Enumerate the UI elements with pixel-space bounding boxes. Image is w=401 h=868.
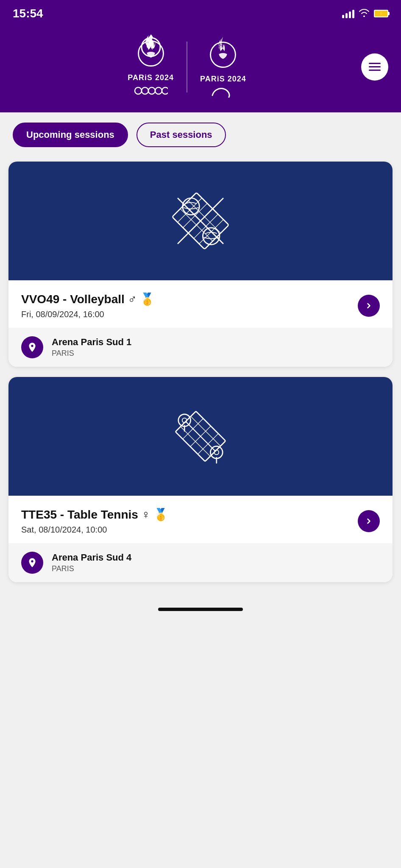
tab-upcoming-sessions[interactable]: Upcoming sessions xyxy=(13,123,128,147)
svg-point-6 xyxy=(162,87,168,94)
svg-point-2 xyxy=(135,87,142,94)
header: PARiS 2024 PARiS 2024 xyxy=(0,25,401,112)
olympics-logo-svg xyxy=(132,33,170,71)
volleyball-venue-pin xyxy=(21,336,43,358)
location-pin-icon xyxy=(27,557,38,568)
table-tennis-card-image xyxy=(8,377,393,496)
chevron-right-icon xyxy=(365,517,373,525)
olympic-rings xyxy=(134,85,168,99)
table-tennis-venue-name: Arena Paris Sud 4 xyxy=(52,552,131,563)
menu-line xyxy=(369,70,381,71)
table-tennis-date: Sat, 08/10/2024, 10:00 xyxy=(21,525,168,535)
volleyball-card-image xyxy=(8,162,393,280)
battery-icon: ⚡ xyxy=(374,10,388,17)
home-indicator xyxy=(158,608,243,611)
volleyball-venue-city: PARIS xyxy=(52,349,131,358)
volleyball-sport-icon xyxy=(162,183,239,259)
table-tennis-sport-icon xyxy=(162,398,239,474)
table-tennis-venue: Arena Paris Sud 4 PARIS xyxy=(8,543,393,582)
table-tennis-card-info: TTE35 - Table Tennis ♀ 🥇 Sat, 08/10/2024… xyxy=(8,496,393,543)
table-tennis-venue-city: PARIS xyxy=(52,564,131,573)
volleyball-venue-name: Arena Paris Sud 1 xyxy=(52,337,131,348)
logo-divider xyxy=(187,42,187,92)
table-tennis-detail-button[interactable] xyxy=(358,510,380,532)
signal-icon xyxy=(342,9,354,18)
menu-button[interactable] xyxy=(361,53,388,81)
status-bar: 15:54 ⚡ xyxy=(0,0,401,25)
olympics-logo-text: PARiS 2024 xyxy=(128,73,174,82)
svg-point-4 xyxy=(148,87,155,94)
chevron-right-icon xyxy=(365,301,373,310)
paralympics-symbol xyxy=(210,86,236,100)
svg-point-30 xyxy=(210,446,223,458)
status-icons: ⚡ xyxy=(342,8,388,19)
paralympics-logo: PARiS 2024 xyxy=(200,34,246,100)
volleyball-detail-button[interactable] xyxy=(358,295,380,317)
volleyball-card-info: VVO49 - Volleyball ♂ 🥇 Fri, 08/09/2024, … xyxy=(8,280,393,328)
menu-line xyxy=(369,63,381,64)
location-pin-icon xyxy=(27,342,38,353)
session-card-table-tennis: TTE35 - Table Tennis ♀ 🥇 Sat, 08/10/2024… xyxy=(8,377,393,582)
session-card-volleyball: VVO49 - Volleyball ♂ 🥇 Fri, 08/09/2024, … xyxy=(8,162,393,367)
tab-past-sessions[interactable]: Past sessions xyxy=(136,123,226,147)
wifi-icon xyxy=(359,8,370,19)
volleyball-date: Fri, 08/09/2024, 16:00 xyxy=(21,310,155,319)
paralympics-logo-text: PARiS 2024 xyxy=(200,75,246,84)
filter-tabs: Upcoming sessions Past sessions xyxy=(0,112,401,157)
table-tennis-venue-pin xyxy=(21,552,43,574)
svg-point-27 xyxy=(178,414,191,427)
svg-point-3 xyxy=(142,87,148,94)
paralympics-logo-svg xyxy=(204,34,242,72)
sessions-list: VVO49 - Volleyball ♂ 🥇 Fri, 08/09/2024, … xyxy=(0,157,401,599)
logos-container: PARiS 2024 PARiS 2024 xyxy=(13,34,361,100)
volleyball-title: VVO49 - Volleyball ♂ 🥇 xyxy=(21,292,155,306)
volleyball-venue: Arena Paris Sud 1 PARIS xyxy=(8,328,393,367)
svg-point-16 xyxy=(183,198,200,215)
status-time: 15:54 xyxy=(13,7,43,20)
olympics-logo: PARiS 2024 xyxy=(128,34,174,99)
svg-point-5 xyxy=(155,87,162,94)
menu-line xyxy=(369,66,381,67)
table-tennis-title: TTE35 - Table Tennis ♀ 🥇 xyxy=(21,508,168,522)
